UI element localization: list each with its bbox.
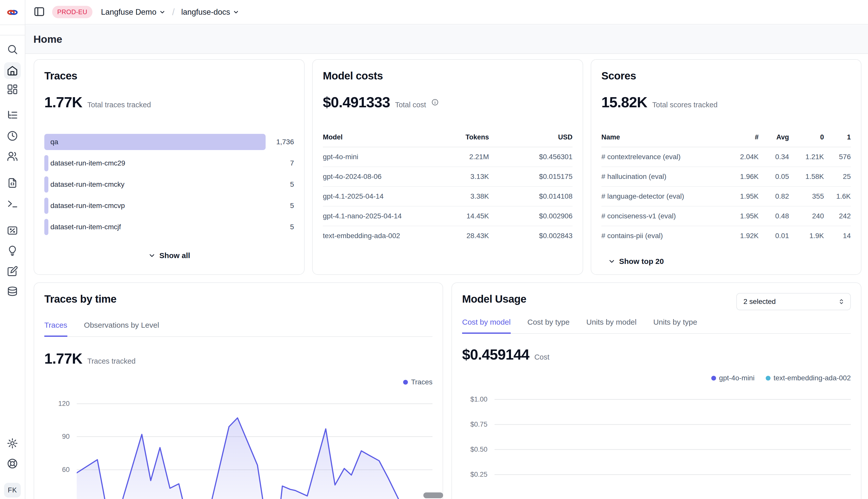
tracing-icon[interactable] <box>7 109 18 121</box>
model-usd: $0.014108 <box>489 192 572 200</box>
search-icon[interactable] <box>7 44 18 55</box>
sidebar-toggle-icon[interactable] <box>33 6 45 19</box>
usage-cost-value: $0.459144 <box>462 346 529 363</box>
traces-bar-list: qa 1,736 dataset-run-item-cmc29 7 datase… <box>44 134 294 235</box>
gridline <box>495 449 851 450</box>
y-axis-tick: $0.50 <box>462 446 487 453</box>
score-count: 1.95K <box>723 212 759 220</box>
traces-by-time-tabs: Traces Observations by Level <box>44 321 432 337</box>
prompts-icon[interactable] <box>7 177 18 189</box>
traces-total: 1.77K <box>44 94 82 111</box>
model-tokens: 3.38K <box>428 192 489 200</box>
model-tokens: 28.43K <box>428 232 489 240</box>
organization-switcher[interactable]: Langfuse Demo <box>101 8 166 17</box>
model-select-value: 2 selected <box>744 297 837 306</box>
table-row[interactable]: # hallucination (eval) 1.96K 0.05 1.58K … <box>602 167 851 187</box>
score-name: # contains-pii (eval) <box>602 232 723 240</box>
trace-name: dataset-run-item-cmcvp <box>50 202 125 210</box>
trace-count: 5 <box>290 180 294 188</box>
trace-list-item[interactable]: dataset-run-item-cmcky 5 <box>44 177 294 193</box>
model-name: gpt-4o-mini <box>323 153 428 161</box>
show-top-20-button[interactable]: Show top 20 <box>608 257 851 266</box>
show-all-label: Show all <box>159 251 190 260</box>
tab-cost-by-model[interactable]: Cost by model <box>462 318 511 334</box>
suggestions-lightbulb-icon[interactable] <box>7 245 18 257</box>
model-name: text-embedding-ada-002 <box>323 232 428 240</box>
y-axis-tick: $0.25 <box>462 471 487 478</box>
model-costs-table: Model Tokens USD gpt-4o-mini 2.21M $0.45… <box>323 133 572 245</box>
model-usd: $0.002906 <box>489 212 572 220</box>
y-axis-tick: $0.75 <box>462 421 487 428</box>
dashboards-icon[interactable] <box>7 84 18 95</box>
traces-total-label: Total traces tracked <box>87 101 151 109</box>
evaluation-icon[interactable] <box>7 225 18 236</box>
trace-list-item[interactable]: qa 1,736 <box>44 134 294 150</box>
traces-tracked-label: Traces tracked <box>87 357 136 365</box>
info-icon[interactable] <box>431 98 439 106</box>
score-count: 1.96K <box>723 173 759 181</box>
table-row[interactable]: # contains-pii (eval) 1.92K 0.01 1.9K 14 <box>602 226 851 245</box>
legend-item-traces[interactable]: Traces <box>403 378 432 386</box>
langfuse-logo-icon[interactable] <box>7 7 18 16</box>
sidebar-divider <box>0 35 25 35</box>
legend-dot <box>766 376 771 380</box>
tab-observations-by-level[interactable]: Observations by Level <box>84 321 159 337</box>
sidebar-divider <box>0 25 25 25</box>
horizontal-scrollbar-thumb[interactable] <box>423 492 443 498</box>
table-row[interactable]: gpt-4o-2024-08-06 3.13K $0.015175 <box>323 167 572 187</box>
settings-gear-icon[interactable] <box>7 438 18 449</box>
trace-list-item[interactable]: dataset-run-item-cmc29 7 <box>44 155 294 171</box>
gridline <box>495 399 851 400</box>
scores-total-label: Total scores tracked <box>652 101 717 109</box>
support-lifebuoy-icon[interactable] <box>7 458 18 470</box>
col-avg: Avg <box>759 133 789 141</box>
score-name: # hallucination (eval) <box>602 173 723 181</box>
tab-units-by-type[interactable]: Units by type <box>653 318 697 334</box>
breadcrumb-separator: / <box>172 7 175 17</box>
model-costs-card: Model costs $0.491333 Total cost Model T… <box>312 59 583 275</box>
tab-traces[interactable]: Traces <box>44 321 67 337</box>
model-usage-title: Model Usage <box>462 293 526 305</box>
environment-badge[interactable]: PROD-EU <box>52 6 92 18</box>
model-select-dropdown[interactable]: 2 selected <box>736 293 851 310</box>
score-avg: 0.82 <box>759 192 789 200</box>
tab-cost-by-type[interactable]: Cost by type <box>527 318 570 334</box>
table-row[interactable]: # contextrelevance (eval) 2.04K 0.34 1.2… <box>602 147 851 167</box>
total-cost-label: Total cost <box>395 101 426 109</box>
trace-list-item[interactable]: dataset-run-item-cmcjf 5 <box>44 219 294 235</box>
sidebar: FK <box>0 0 25 499</box>
y-axis-tick: 60 <box>44 466 70 473</box>
user-avatar[interactable]: FK <box>4 483 21 498</box>
model-tokens: 3.13K <box>428 173 489 181</box>
table-row[interactable]: gpt-4o-mini 2.21M $0.456301 <box>323 147 572 167</box>
sidebar-item-home[interactable] <box>4 62 21 79</box>
annotation-pen-icon[interactable] <box>7 266 18 277</box>
scores-title: Scores <box>602 70 851 82</box>
chart-legend: Traces <box>44 378 432 386</box>
traces-area-chart[interactable]: 120906030 <box>44 392 432 499</box>
legend-item-text-embedding-ada-002[interactable]: text-embedding-ada-002 <box>766 374 851 382</box>
legend-item-gpt-4o-mini[interactable]: gpt-4o-mini <box>711 374 754 382</box>
tab-units-by-model[interactable]: Units by model <box>586 318 637 334</box>
table-row[interactable]: # language-detector (eval) 1.95K 0.82 35… <box>602 187 851 206</box>
traces-area-series <box>77 392 432 499</box>
legend-label: Traces <box>411 378 432 386</box>
legend-label: gpt-4o-mini <box>719 374 754 382</box>
traces-card: Traces 1.77K Total traces tracked qa 1,7… <box>34 59 305 275</box>
playground-terminal-icon[interactable] <box>7 198 18 209</box>
show-all-button[interactable]: Show all <box>44 251 294 260</box>
score-avg: 0.34 <box>759 153 789 161</box>
table-row[interactable]: text-embedding-ada-002 28.43K $0.002843 <box>323 226 572 245</box>
sessions-clock-icon[interactable] <box>7 130 18 142</box>
score-zero: 1.58K <box>789 173 824 181</box>
users-icon[interactable] <box>7 150 18 162</box>
table-row[interactable]: # conciseness-v1 (eval) 1.95K 0.48 240 2… <box>602 206 851 226</box>
table-row[interactable]: gpt-4.1-nano-2025-04-14 14.45K $0.002906 <box>323 206 572 226</box>
model-usage-chart[interactable]: $1.00$0.75$0.50$0.25 <box>462 389 851 489</box>
trace-count: 1,736 <box>276 138 294 146</box>
table-row[interactable]: gpt-4.1-2025-04-14 3.38K $0.014108 <box>323 187 572 206</box>
datasets-database-icon[interactable] <box>7 286 18 297</box>
trace-list-item[interactable]: dataset-run-item-cmcvp 5 <box>44 198 294 214</box>
col-zero: 0 <box>789 133 824 141</box>
project-switcher[interactable]: langfuse-docs <box>181 8 239 17</box>
